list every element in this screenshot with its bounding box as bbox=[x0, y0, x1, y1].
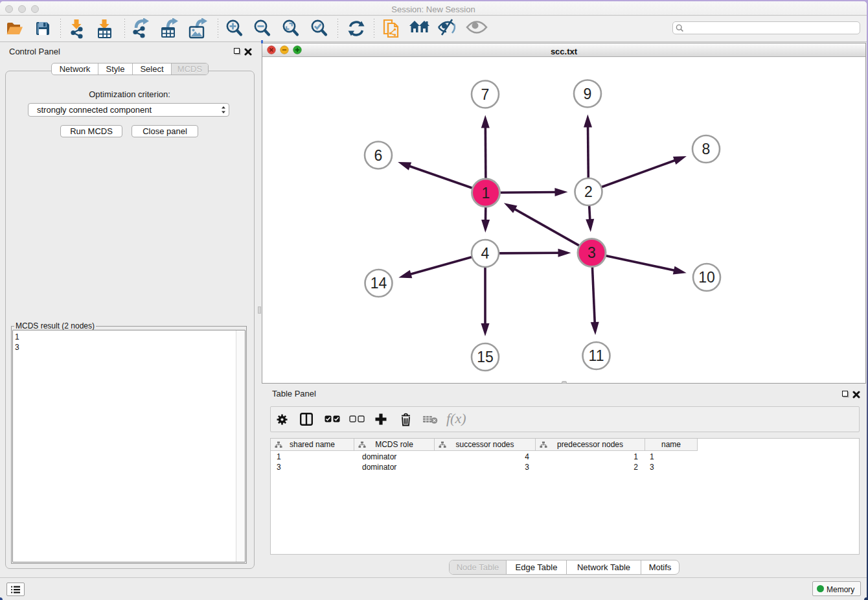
svg-text:2: 2 bbox=[584, 183, 593, 200]
svg-text:6: 6 bbox=[374, 147, 383, 164]
svg-text:7: 7 bbox=[481, 86, 490, 103]
svg-text:11: 11 bbox=[589, 347, 604, 364]
svg-text:3: 3 bbox=[588, 244, 596, 261]
svg-text:14: 14 bbox=[371, 275, 387, 292]
svg-text:15: 15 bbox=[477, 349, 494, 365]
svg-text:10: 10 bbox=[698, 269, 715, 286]
svg-text:9: 9 bbox=[584, 86, 592, 102]
svg-text:1: 1 bbox=[482, 185, 490, 202]
svg-text:4: 4 bbox=[481, 245, 490, 262]
svg-text:8: 8 bbox=[702, 141, 711, 157]
